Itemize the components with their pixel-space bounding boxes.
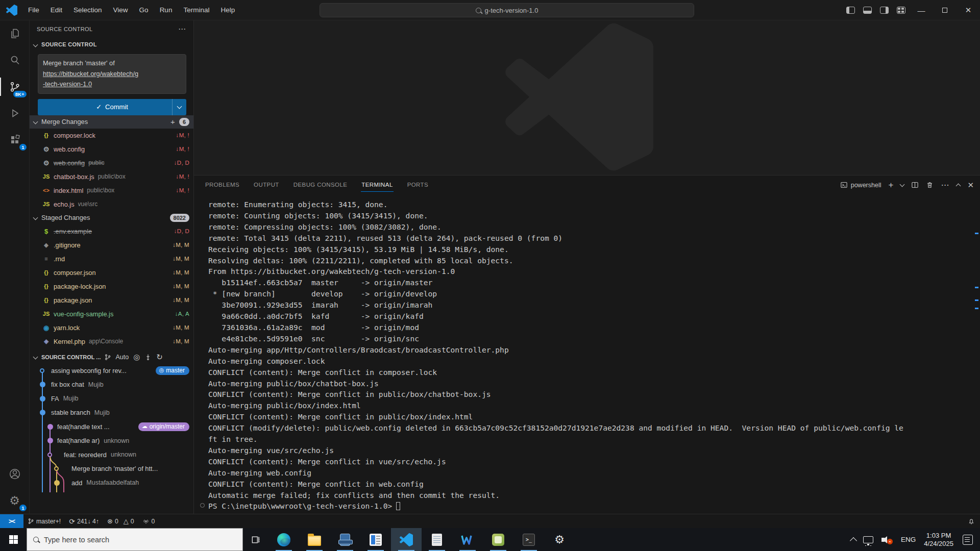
task-view-button[interactable] <box>243 528 268 551</box>
branch-status-item[interactable]: master+! <box>23 514 65 528</box>
file-row-.gitignore[interactable]: ◆.gitignore↓M, M <box>30 238 193 252</box>
maximize-panel-icon[interactable] <box>956 184 961 189</box>
file-row-vue-config-sample.js[interactable]: JSvue-config-sample.js↓A, A <box>30 307 193 321</box>
panel-tab-ports[interactable]: PORTS <box>402 176 433 194</box>
problems-status-item[interactable]: ⊗ 0 △ 0 <box>103 514 138 528</box>
minimize-button[interactable]: — <box>910 0 933 20</box>
run-debug-icon[interactable] <box>0 100 30 127</box>
panel-tab-problems[interactable]: PROBLEMS <box>200 176 244 194</box>
file-row-web.config[interactable]: ⚙web.configpublic↓D, D <box>30 156 193 170</box>
menu-item-view[interactable]: View <box>108 0 134 20</box>
taskbar-vscode-app[interactable] <box>391 528 422 551</box>
notification-center-icon[interactable] <box>963 535 973 545</box>
network-icon[interactable] <box>863 536 873 543</box>
staged-changes-header[interactable]: Staged Changes 8022 <box>30 211 193 224</box>
file-row-yarn.lock[interactable]: ◉yarn.lock↓M, M <box>30 321 193 335</box>
commit-row[interactable]: stable branchMujib <box>30 406 193 420</box>
file-row-echo.js[interactable]: JSecho.jsvue\src <box>30 197 193 211</box>
sync-status-item[interactable]: ⟳ 241↓ 4↑ <box>65 514 103 528</box>
panel-tab-debug-console[interactable]: DEBUG CONSOLE <box>288 176 353 194</box>
kill-terminal-trash-icon[interactable] <box>926 181 934 189</box>
taskbar-file-explorer-app[interactable] <box>299 528 330 551</box>
extensions-icon[interactable]: 1 <box>0 127 30 153</box>
commit-row[interactable]: assing webconfig for rev...◎master <box>30 364 193 378</box>
explorer-icon[interactable] <box>0 20 30 47</box>
toggle-panel-icon[interactable] <box>863 7 872 14</box>
taskbar-search-box[interactable]: Type here to search <box>27 528 243 551</box>
commit-row[interactable]: feat(handle ar)unknown <box>30 434 193 448</box>
terminal-shell-tab[interactable]: powershell <box>840 181 881 189</box>
taskbar-notepad-app[interactable] <box>422 528 452 551</box>
close-panel-icon[interactable]: ✕ <box>967 181 974 190</box>
terminal-dropdown-icon[interactable] <box>900 182 905 187</box>
taskbar-terminal-app[interactable]: >_ <box>513 528 544 551</box>
start-button[interactable] <box>0 528 27 551</box>
menu-item-terminal[interactable]: Terminal <box>178 0 215 20</box>
graph-auto-label[interactable]: Auto <box>116 354 129 361</box>
file-row-package.json[interactable]: {}package.json↓M, M <box>30 293 193 307</box>
search-sidebar-icon[interactable] <box>0 47 30 73</box>
maximize-button[interactable] <box>933 0 957 20</box>
panel-tab-terminal[interactable]: TERMINAL <box>356 176 398 194</box>
close-button[interactable]: ✕ <box>957 0 980 20</box>
file-row-Kernel.php[interactable]: ◈Kernel.phpapp\Console↓M, M <box>30 335 193 348</box>
terminal-output[interactable]: remote: Enumerating objects: 3415, done.… <box>194 199 974 512</box>
menu-item-edit[interactable]: Edit <box>45 0 68 20</box>
settings-gear-icon[interactable]: ⚙ 1 <box>0 487 30 514</box>
commit-dropdown-icon[interactable] <box>172 99 186 115</box>
toggle-secondary-sidebar-icon[interactable] <box>880 7 889 14</box>
menu-item-file[interactable]: File <box>22 0 45 20</box>
customize-layout-icon[interactable] <box>897 7 905 14</box>
command-center-search[interactable]: g-tech-version-1.0 <box>320 3 694 17</box>
taskbar-edge-app[interactable] <box>268 528 299 551</box>
merge-changes-header[interactable]: Merge Changes + 6 <box>30 115 193 129</box>
source-control-icon[interactable]: 8K+ <box>0 73 30 100</box>
new-terminal-icon[interactable]: + <box>888 180 893 190</box>
taskbar-w-app[interactable] <box>452 528 483 551</box>
language-indicator[interactable]: ENG <box>901 536 916 543</box>
refresh-icon[interactable]: ↻ <box>156 353 163 362</box>
file-row-web.config[interactable]: ⚙web.config↓M, ! <box>30 142 193 156</box>
file-row-index.html[interactable]: <>index.htmlpublic\box↓M, ! <box>30 184 193 197</box>
sidebar-more-actions-icon[interactable]: ⋯ <box>178 24 186 34</box>
file-row-.rnd[interactable]: ≡.rnd↓M, M <box>30 252 193 266</box>
file-row-composer.lock[interactable]: {}composer.lock↓M, ! <box>30 129 193 142</box>
file-row-chatbot-box.js[interactable]: JSchatbot-box.jspublic\box↓M, ! <box>30 170 193 184</box>
hidden-icons-chevron[interactable] <box>850 537 857 544</box>
ports-status-item[interactable]: 0 <box>138 514 159 528</box>
panel-more-actions-icon[interactable]: ⋯ <box>941 180 949 190</box>
target-icon[interactable]: ◎ <box>133 353 140 362</box>
file-row-.env.example[interactable]: $.env.example↓D, D <box>30 224 193 238</box>
split-terminal-icon[interactable] <box>911 181 919 189</box>
stage-all-icon[interactable]: + <box>168 117 177 126</box>
menu-item-help[interactable]: Help <box>215 0 240 20</box>
taskbar-document-app[interactable] <box>360 528 391 551</box>
commit-row[interactable]: fix box chatMujib <box>30 378 193 392</box>
taskbar-device-app[interactable] <box>330 528 360 551</box>
taskbar-green-app[interactable] <box>483 528 513 551</box>
menu-item-run[interactable]: Run <box>154 0 178 20</box>
file-row-package-lock.json[interactable]: {}package-lock.json↓M, M <box>30 280 193 293</box>
menu-item-selection[interactable]: Selection <box>68 0 108 20</box>
commit-row[interactable]: Merge branch 'master' of htt... <box>30 462 193 476</box>
toggle-sidebar-icon[interactable] <box>846 7 855 14</box>
source-control-graph-header[interactable]: SOURCE CONTROL ... Auto ◎ ↻ <box>30 350 193 364</box>
notifications-bell-icon[interactable] <box>968 518 975 525</box>
taskbar-settings-app[interactable]: ⚙ <box>544 528 575 551</box>
source-control-section-header[interactable]: SOURCE CONTROL <box>30 38 193 51</box>
commit-row[interactable]: feat: reorederdunknown <box>30 448 193 462</box>
panel-tab-output[interactable]: OUTPUT <box>249 176 284 194</box>
commit-row[interactable]: addMustafaabdelfatah <box>30 476 193 490</box>
commit-message-input[interactable]: Merge branch 'master' of https://bitbuck… <box>38 54 186 94</box>
volume-muted-icon[interactable]: × <box>881 535 893 544</box>
editor-area[interactable] <box>194 20 980 175</box>
account-icon[interactable] <box>0 461 30 487</box>
commit-row[interactable]: feat(handle text ...☁origin/master <box>30 420 193 434</box>
remote-indicator[interactable]: >< <box>0 514 23 529</box>
clock[interactable]: 1:03 PM 4/24/2025 <box>924 532 953 548</box>
commit-button[interactable]: ✓ Commit <box>38 99 186 115</box>
commit-row[interactable]: FAMujib <box>30 392 193 406</box>
menu-item-go[interactable]: Go <box>134 0 154 20</box>
fetch-icon[interactable] <box>144 354 152 361</box>
file-row-composer.json[interactable]: {}composer.json↓M, M <box>30 266 193 280</box>
